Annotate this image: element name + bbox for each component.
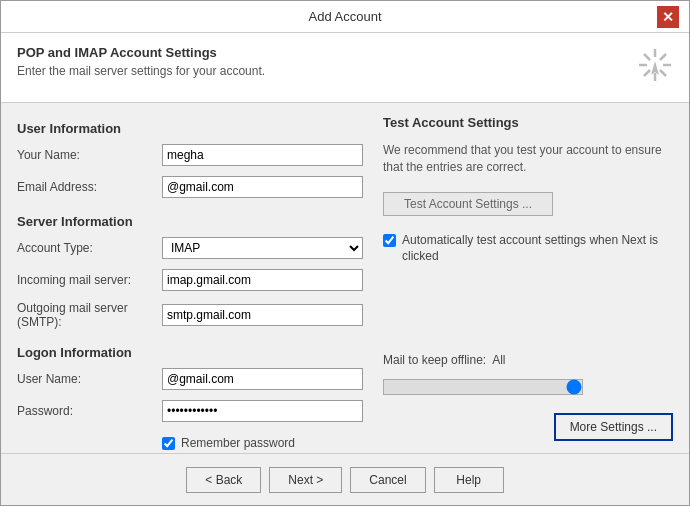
test-settings-title: Test Account Settings (383, 115, 673, 130)
outgoing-mail-label: Outgoing mail server (SMTP): (17, 301, 162, 329)
remember-password-label: Remember password (181, 436, 295, 450)
left-panel: User Information Your Name: Email Addres… (17, 115, 363, 441)
outgoing-mail-row: Outgoing mail server (SMTP): (17, 301, 363, 329)
slider-container (383, 379, 673, 395)
auto-test-label: Automatically test account settings when… (402, 232, 673, 266)
test-settings-desc: We recommend that you test your account … (383, 142, 673, 176)
your-name-input[interactable] (162, 144, 363, 166)
user-name-input[interactable] (162, 368, 363, 390)
user-name-row: User Name: (17, 368, 363, 390)
mail-offline-row: Mail to keep offline: All (383, 353, 673, 367)
main-content: User Information Your Name: Email Addres… (1, 103, 689, 453)
auto-test-checkbox[interactable] (383, 234, 396, 247)
dialog: Add Account ✕ POP and IMAP Account Setti… (0, 0, 690, 506)
more-settings-container: More Settings ... (383, 413, 673, 441)
right-panel: Test Account Settings We recommend that … (383, 115, 673, 441)
password-label: Password: (17, 404, 162, 418)
close-button[interactable]: ✕ (657, 6, 679, 28)
password-input[interactable] (162, 400, 363, 422)
title-bar: Add Account ✕ (1, 1, 689, 33)
footer: < Back Next > Cancel Help (1, 453, 689, 505)
account-type-label: Account Type: (17, 241, 162, 255)
svg-line-4 (644, 54, 650, 60)
test-account-settings-button[interactable]: Test Account Settings ... (383, 192, 553, 216)
back-button[interactable]: < Back (186, 467, 261, 493)
svg-line-6 (660, 54, 666, 60)
user-info-title: User Information (17, 121, 363, 136)
dialog-title: Add Account (33, 9, 657, 24)
your-name-label: Your Name: (17, 148, 162, 162)
mail-offline-value: All (492, 353, 505, 367)
svg-line-5 (660, 70, 666, 76)
mail-offline-label: Mail to keep offline: (383, 353, 486, 367)
server-info-title: Server Information (17, 214, 363, 229)
incoming-mail-input[interactable] (162, 269, 363, 291)
password-row: Password: (17, 400, 363, 422)
help-button[interactable]: Help (434, 467, 504, 493)
email-address-label: Email Address: (17, 180, 162, 194)
auto-test-row: Automatically test account settings when… (383, 232, 673, 266)
your-name-row: Your Name: (17, 144, 363, 166)
cancel-button[interactable]: Cancel (350, 467, 425, 493)
email-address-input[interactable] (162, 176, 363, 198)
more-settings-button[interactable]: More Settings ... (554, 413, 673, 441)
header-subtitle: Enter the mail server settings for your … (17, 64, 265, 78)
user-name-label: User Name: (17, 372, 162, 386)
account-type-row: Account Type: IMAP POP3 (17, 237, 363, 259)
header-text: POP and IMAP Account Settings Enter the … (17, 45, 265, 78)
svg-marker-8 (651, 61, 659, 75)
remember-password-row: Remember password (162, 436, 363, 450)
remember-password-checkbox[interactable] (162, 437, 175, 450)
outgoing-mail-input[interactable] (162, 304, 363, 326)
mail-offline-slider[interactable] (383, 379, 583, 395)
header-title: POP and IMAP Account Settings (17, 45, 265, 60)
next-button[interactable]: Next > (269, 467, 342, 493)
account-type-select[interactable]: IMAP POP3 (162, 237, 363, 259)
header-section: POP and IMAP Account Settings Enter the … (1, 33, 689, 103)
incoming-mail-label: Incoming mail server: (17, 273, 162, 287)
logon-info-title: Logon Information (17, 345, 363, 360)
incoming-mail-row: Incoming mail server: (17, 269, 363, 291)
svg-line-7 (644, 70, 650, 76)
cursor-icon (637, 47, 673, 90)
email-address-row: Email Address: (17, 176, 363, 198)
